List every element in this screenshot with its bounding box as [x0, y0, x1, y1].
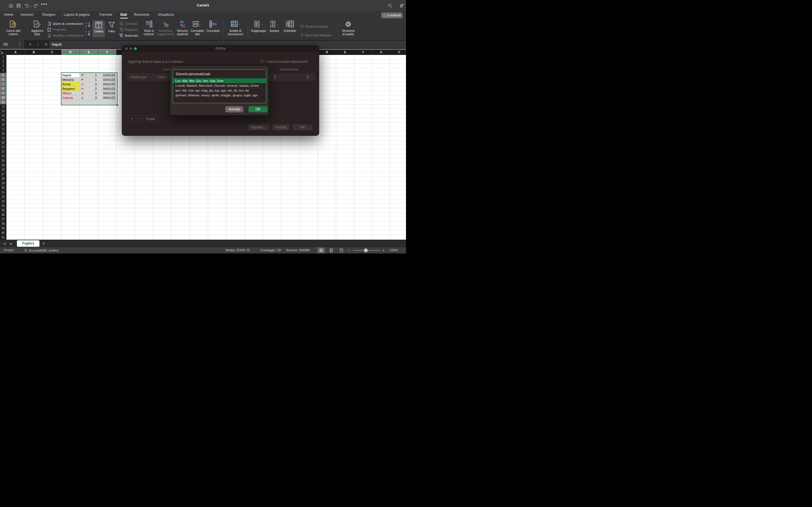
column-header-D[interactable]: D	[61, 50, 80, 55]
account-icon[interactable]	[399, 3, 404, 8]
row-header-6[interactable]: 6	[0, 77, 6, 82]
row-header-28[interactable]: 28	[0, 177, 6, 181]
cell-D5[interactable]: Napoli	[61, 73, 80, 77]
column-header-F[interactable]: F	[98, 50, 116, 55]
rimuovi-duplicati-button[interactable]: Rimuoviduplicati	[175, 20, 190, 36]
sheet-tab-foglio1[interactable]: Foglio1	[17, 240, 40, 247]
cell-E6[interactable]: 1	[80, 77, 98, 82]
column-header-A[interactable]: A	[6, 50, 25, 55]
add-level-button[interactable]: +	[128, 116, 136, 122]
riapplica-button[interactable]: Riapplica	[119, 27, 138, 32]
row-header-32[interactable]: 32	[0, 194, 6, 199]
cell-F5[interactable]: 01/01/23	[98, 73, 116, 77]
sort-za-button[interactable]: ZA	[85, 30, 91, 38]
row-header-14[interactable]: 14	[0, 114, 6, 118]
row-header-26[interactable]: 26	[0, 168, 6, 172]
tab-inserisci[interactable]: Inserisci	[20, 13, 34, 17]
cell-D9[interactable]: Milano	[61, 91, 80, 96]
row-header-7[interactable]: 7	[0, 82, 6, 87]
cell-E5[interactable]: 1	[80, 73, 98, 77]
row-header-34[interactable]: 34	[0, 204, 6, 208]
row-header-18[interactable]: 18	[0, 131, 6, 136]
status-sum[interactable]: Somma: 269589	[286, 248, 310, 252]
custom-lists-listbox[interactable]: Elenchi personalizzati Lun, Mar, Mer, Gi…	[172, 69, 266, 103]
cells-right[interactable]	[318, 55, 406, 240]
page-layout-view-button[interactable]	[327, 247, 336, 253]
row-header-11[interactable]: 11	[0, 100, 6, 105]
nascondi-dettaglio-button[interactable]: Nascondi dettaglio	[299, 33, 332, 38]
row-header-30[interactable]: 30	[0, 186, 6, 190]
headers-checkbox[interactable]	[260, 60, 264, 63]
tab-visualizza[interactable]: Visualizza	[158, 13, 174, 17]
row-header-31[interactable]: 31	[0, 190, 6, 194]
cell-E7[interactable]: 2	[80, 82, 98, 87]
cell-E10[interactable]: 3	[80, 96, 98, 100]
row-header-36[interactable]: 36	[0, 213, 6, 217]
column-header-S[interactable]: S	[336, 50, 354, 55]
cell-F7[interactable]: 03/01/23	[98, 82, 116, 87]
row-header-24[interactable]: 24	[0, 159, 6, 163]
analisi-simulazione-button[interactable]: ?⌄ Analisi disimulazione	[225, 20, 245, 36]
consolida-button[interactable]: Consolida	[206, 20, 220, 33]
query-connessioni-button[interactable]: Query & connessioni	[47, 21, 83, 26]
cell-E8[interactable]: 2	[80, 87, 98, 91]
mostra-dettaglio-button[interactable]: Mostra dettaglio	[299, 24, 328, 29]
tab-dati[interactable]: Dati	[120, 13, 127, 17]
page-break-view-button[interactable]	[337, 247, 346, 253]
custom-list-item-2[interactable]: gen, feb, mar, apr, mag, giu, lug, ago, …	[173, 88, 266, 93]
next-sheet-arrow[interactable]: ▶	[10, 242, 12, 245]
row-header-25[interactable]: 25	[0, 163, 6, 168]
cell-F6[interactable]: 02/01/23	[98, 77, 116, 82]
cell-F8[interactable]: 04/01/23	[98, 87, 116, 91]
column-header-E[interactable]: E	[80, 50, 98, 55]
cancella-button[interactable]: Cancella	[119, 21, 137, 26]
row-header-41[interactable]: 41	[0, 235, 6, 240]
confirm-entry-icon[interactable]: ✓	[37, 40, 40, 49]
ordina-button[interactable]: ZAAZ Ordina	[93, 21, 105, 33]
row-header-4[interactable]: 4	[0, 68, 6, 73]
popup-cancel-button[interactable]: Annulla	[225, 106, 243, 112]
raggruppa-button[interactable]: ⌄ Raggruppa	[249, 20, 268, 33]
status-media[interactable]: Media: 22465,75	[225, 248, 250, 252]
carica-dati-esterni-button[interactable]: ⌄ Carica datiesterni	[2, 20, 24, 36]
anteprima-suggerimenti-button[interactable]: Anteprimasuggerimenti	[156, 20, 175, 36]
accessibility-status[interactable]: Accessibilità: verifica	[24, 248, 59, 252]
modifica-collegamenti-button[interactable]: Modifica collegamenti	[47, 33, 84, 38]
column-header-U[interactable]: U	[372, 50, 390, 55]
cell-F9[interactable]: 05/01/23	[98, 91, 116, 96]
remove-level-button[interactable]: −	[136, 116, 143, 122]
cell-D7[interactable]: Roma	[61, 82, 80, 87]
cell-F11[interactable]	[98, 100, 116, 105]
row-header-37[interactable]: 37	[0, 217, 6, 222]
zoom-in-button[interactable]: +	[382, 248, 385, 252]
tab-disegno[interactable]: Disegno	[42, 13, 55, 17]
row-header-21[interactable]: 21	[0, 145, 6, 150]
row-header-1[interactable]: 1	[0, 55, 6, 59]
custom-list-item-3[interactable]: gennaio, febbraio, marzo, aprile, maggio…	[173, 93, 266, 98]
sort-az-button[interactable]: AZ	[85, 21, 91, 29]
row-header-17[interactable]: 17	[0, 127, 6, 131]
options-button[interactable]: Opzioni...	[248, 124, 269, 130]
tab-layout[interactable]: Layout di pagina	[64, 13, 90, 17]
dialog-ok-button[interactable]: OK	[293, 124, 312, 130]
zoom-slider-thumb[interactable]	[364, 248, 368, 252]
row-header-5[interactable]: 5	[0, 73, 6, 77]
row-header-3[interactable]: 3	[0, 64, 6, 68]
row-header-9[interactable]: 9	[0, 91, 6, 96]
column-header-V[interactable]: V	[390, 50, 406, 55]
select-all-corner[interactable]	[0, 50, 6, 55]
add-sheet-button[interactable]: +	[42, 240, 45, 246]
proprieta-button[interactable]: Proprietà	[47, 27, 66, 32]
column-header-B[interactable]: B	[25, 50, 43, 55]
row-header-39[interactable]: 39	[0, 226, 6, 231]
prev-sheet-arrow[interactable]: ◀	[3, 242, 6, 245]
cell-D6[interactable]: Messina	[61, 77, 80, 82]
row-header-19[interactable]: 19	[0, 136, 6, 140]
custom-list-item-0[interactable]: Lun, Mar, Mer, Gio, Ven, Sab, Dom	[173, 78, 266, 83]
fx-icon[interactable]: fx	[45, 40, 47, 49]
tab-home[interactable]: Home	[4, 13, 13, 17]
name-box-spinner[interactable]: ▲▼	[18, 41, 20, 48]
cell-E9[interactable]: 3	[80, 91, 98, 96]
search-icon[interactable]	[388, 3, 393, 8]
row-header-29[interactable]: 29	[0, 181, 6, 186]
